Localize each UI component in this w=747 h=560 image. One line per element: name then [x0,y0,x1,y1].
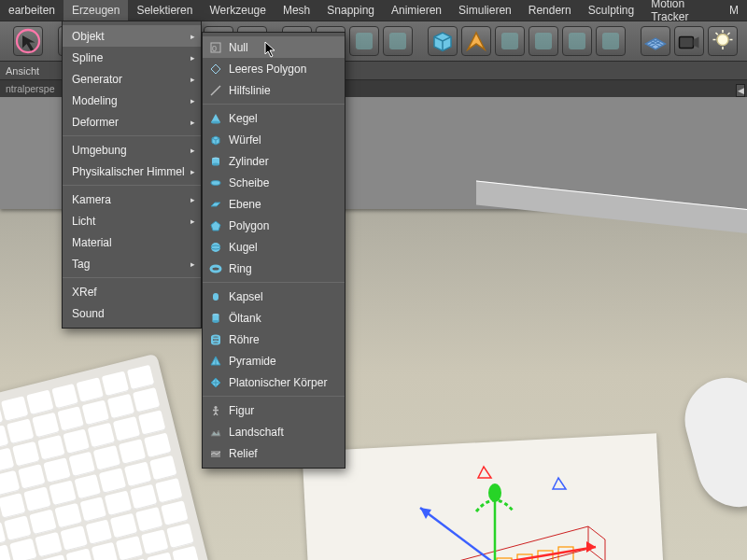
menu-item-label: Umgebung [72,144,127,157]
submenu-arrow-icon: ▸ [190,118,195,127]
submenu-item-label: Würfel [229,133,261,147]
menu-item-label: Spline [72,51,103,64]
submenu-item-label: Null [229,41,248,54]
menu-item-label: Material [72,236,112,249]
submenu-arrow-icon: ▸ [190,195,195,204]
primitive-cube[interactable] [428,26,458,56]
menu-item-objekt[interactable]: Objekt▸ [63,25,201,47]
desk-mouse [675,369,747,517]
menu-item-umgebung[interactable]: Umgebung▸ [63,139,201,161]
menu-item-kamera[interactable]: Kamera▸ [63,189,201,210]
submenu-item-kapsel[interactable]: Kapsel [203,286,345,307]
menu-rendern[interactable]: Rendern [520,0,580,21]
menu-item-licht[interactable]: Licht▸ [63,210,201,231]
submenu-item-scheibe[interactable]: Scheibe [203,172,345,193]
torus-icon [208,261,223,276]
menu-selektieren[interactable]: Selektieren [128,0,201,21]
submenu-item-kegel[interactable]: Kegel [203,107,345,129]
submenu-item-würfel[interactable]: Würfel [203,129,345,150]
autokey-timeline[interactable] [349,26,379,56]
menu-item-tag[interactable]: Tag▸ [63,253,201,274]
tube-icon [208,332,223,347]
svg-rect-12 [535,33,552,49]
submenu-item-figur[interactable]: Figur [203,399,345,421]
figure-icon [208,403,223,418]
svg-point-43 [212,162,219,165]
null-icon: 0 [208,40,223,55]
svg-point-52 [212,335,219,338]
menu-werkzeuge[interactable]: Werkzeuge [201,0,274,21]
menu-item-spline[interactable]: Spline▸ [63,47,201,68]
subdivide-tool[interactable] [495,26,525,56]
effector-tool[interactable] [529,26,558,56]
capsule-icon [208,289,223,304]
submenu-item-label: Öltank [229,312,261,325]
menu-snapping[interactable]: Snapping [318,0,383,21]
menu-simulieren[interactable]: Simulieren [450,0,520,21]
svg-point-55 [214,405,217,408]
submenu-arrow-icon: ▸ [190,259,195,269]
menu-erzeugen[interactable]: Erzeugen [63,0,128,21]
menu-item-physikalischer-himmel[interactable]: Physikalischer Himmel▸ [63,161,201,182]
menu-item-sound[interactable]: Sound [63,302,201,324]
submenu-item-label: Kugel [229,241,258,254]
menu-item-label: Objekt [72,30,105,43]
menu-mesh[interactable]: Mesh [275,0,318,21]
submenu-item-leeres-polygon[interactable]: Leeres Polygon [203,58,345,79]
desk-paper [302,433,669,560]
submenu-item-label: Relief [229,447,258,460]
submenu-item-pyramide[interactable]: Pyramide [203,350,345,371]
submenu-item-platonischer-körper[interactable]: Platonischer Körper [203,371,345,393]
svg-rect-9 [356,33,373,49]
menu-animieren[interactable]: Animieren [383,0,450,21]
menu-item-material[interactable]: Material [63,231,201,253]
submenu-item-ebene[interactable]: Ebene [203,193,345,215]
floor-grid[interactable] [641,26,670,56]
svg-point-45 [211,243,220,252]
create-menu: Objekt▸Spline▸Generator▸Modeling▸Deforme… [62,21,202,329]
submenu-item-zylinder[interactable]: Zylinder [203,150,345,172]
submenu-item-kugel[interactable]: Kugel [203,236,345,258]
menu-item-modeling[interactable]: Modeling▸ [63,90,201,111]
submenu-item-röhre[interactable]: Röhre [203,329,345,350]
mouse-cursor-icon [264,41,277,58]
menu-m[interactable]: M [721,0,747,21]
array-tool[interactable] [596,26,626,56]
pen-tool[interactable] [461,26,491,56]
menu-earbeiten[interactable]: earbeiten [0,0,63,21]
camera-tool[interactable] [674,26,704,56]
guide-icon [208,83,223,98]
submenu-item-ring[interactable]: Ring [203,258,345,279]
menu-item-deformer[interactable]: Deformer▸ [63,111,201,133]
menubar: earbeitenErzeugenSelektierenWerkzeugeMes… [0,0,747,21]
menu-item-xref[interactable]: XRef [63,281,201,302]
submenu-item-polygon[interactable]: Polygon [203,215,345,236]
submenu-item-hilfslinie[interactable]: Hilfslinie [203,79,345,101]
submenu-item-label: Kegel [229,112,258,125]
submenu-item-öltank[interactable]: Öltank [203,307,345,329]
arrow-tool[interactable] [13,26,43,56]
svg-point-40 [211,120,220,123]
submenu-arrow-icon: ▸ [190,146,195,155]
menu-motion tracker[interactable]: Motion Tracker [642,0,721,21]
light-tool[interactable] [708,26,738,56]
settings-timeline[interactable] [383,26,413,56]
submenu-item-landschaft[interactable]: Landschaft [203,421,345,442]
plane-icon [208,197,223,212]
svg-line-39 [211,86,220,95]
menu-sculpting[interactable]: Sculpting [580,0,642,21]
camera-label: ntralperspe [6,83,55,94]
side-panel-toggle[interactable]: ◀ [736,84,745,97]
submenu-item-label: Scheibe [229,176,269,189]
menu-item-label: Tag [72,258,90,271]
menu-item-label: Kamera [72,193,111,206]
submenu-item-label: Röhre [229,333,260,346]
submenu-item-relief[interactable]: Relief [203,442,345,464]
menu-item-generator[interactable]: Generator▸ [63,68,201,90]
polygon-icon [208,218,223,233]
submenu-item-label: Zylinder [229,155,269,168]
menu-item-label: Physikalischer Himmel [72,165,185,178]
svg-point-47 [211,266,220,272]
menu-item-label: Sound [72,307,105,320]
deformer-tool[interactable] [562,26,592,56]
